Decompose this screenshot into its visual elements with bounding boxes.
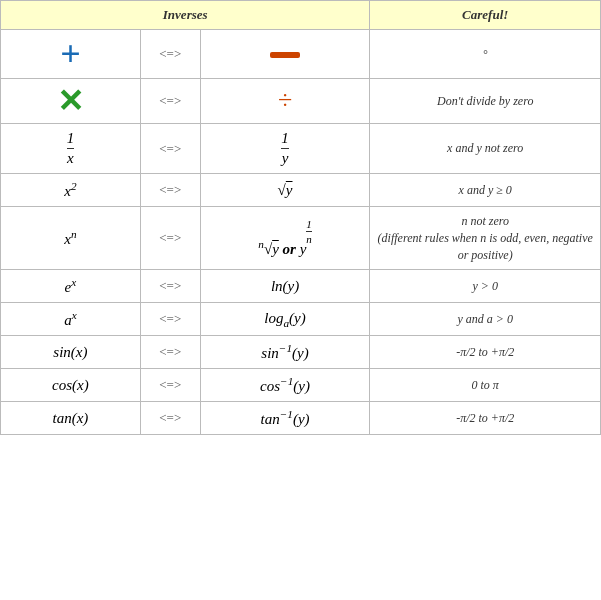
table-row: xn <=> n√y or y1n n not zero(different r… [1, 207, 601, 270]
func-cell: 1 x [1, 124, 141, 174]
a-to-x: ax [64, 312, 77, 328]
func-cell: sin(x) [1, 336, 141, 369]
func-cell: ax [1, 303, 141, 336]
table-row: x2 <=> √y x and y ≥ 0 [1, 174, 601, 207]
tan-inv-y: tan−1(y) [261, 411, 310, 427]
inverse-cell: loga(y) [200, 303, 370, 336]
careful-cell: y > 0 [370, 270, 601, 303]
inverse-cell: n√y or y1n [200, 207, 370, 270]
func-cell: ex [1, 270, 141, 303]
sin-inv-y: sin−1(y) [261, 345, 308, 361]
careful-cell: Don't divide by zero [370, 79, 601, 124]
func-cell: ✕ [1, 79, 141, 124]
careful-cell: x and y ≥ 0 [370, 174, 601, 207]
x-to-n: xn [64, 231, 76, 247]
table-row: + <=> ° [1, 30, 601, 79]
inverse-cell: 1 y [200, 124, 370, 174]
careful-text: Don't divide by zero [437, 94, 533, 108]
arrow-cell: <=> [140, 369, 200, 402]
fraction-1y: 1 y [281, 130, 289, 167]
func-cell: x2 [1, 174, 141, 207]
careful-text: -π/2 to +π/2 [456, 345, 514, 359]
careful-text: y > 0 [472, 279, 497, 293]
careful-text: 0 to π [472, 378, 499, 392]
times-icon: ✕ [57, 83, 84, 119]
arrow-symbol: <=> [159, 93, 181, 108]
careful-cell: ° [370, 30, 601, 79]
careful-label: Careful! [462, 7, 508, 22]
arrow-symbol: <=> [159, 410, 181, 425]
careful-cell: 0 to π [370, 369, 601, 402]
minus-icon [270, 52, 300, 58]
careful-cell: n not zero(different rules when n is odd… [370, 207, 601, 270]
arrow-symbol: <=> [159, 278, 181, 293]
arrow-cell: <=> [140, 30, 200, 79]
arrow-cell: <=> [140, 336, 200, 369]
arrow-cell: <=> [140, 303, 200, 336]
careful-header: Careful! [370, 1, 601, 30]
arrow-cell: <=> [140, 270, 200, 303]
arrow-symbol: <=> [159, 141, 181, 156]
careful-cell: -π/2 to +π/2 [370, 402, 601, 435]
table-row: sin(x) <=> sin−1(y) -π/2 to +π/2 [1, 336, 601, 369]
careful-text: x and y not zero [447, 141, 523, 155]
func-cell: xn [1, 207, 141, 270]
table-row: cos(x) <=> cos−1(y) 0 to π [1, 369, 601, 402]
arrow-cell: <=> [140, 402, 200, 435]
inverses-header: Inverses [1, 1, 370, 30]
careful-text: x and y ≥ 0 [459, 183, 512, 197]
careful-cell: y and a > 0 [370, 303, 601, 336]
careful-text: y and a > 0 [457, 312, 512, 326]
arrow-cell: <=> [140, 124, 200, 174]
func-cell: tan(x) [1, 402, 141, 435]
ln-y: ln(y) [271, 278, 299, 294]
divide-icon: ÷ [278, 86, 292, 115]
inverse-cell: √y [200, 174, 370, 207]
arrow-symbol: <=> [159, 182, 181, 197]
e-to-x: ex [65, 279, 77, 295]
main-table: Inverses Careful! + <=> ° ✕ [0, 0, 601, 435]
inverse-cell: ln(y) [200, 270, 370, 303]
cos-x: cos(x) [52, 377, 89, 393]
careful-text: -π/2 to +π/2 [456, 411, 514, 425]
arrow-symbol: <=> [159, 344, 181, 359]
func-cell: cos(x) [1, 369, 141, 402]
cos-inv-y: cos−1(y) [260, 378, 310, 394]
table-row: ✕ <=> ÷ Don't divide by zero [1, 79, 601, 124]
careful-cell: x and y not zero [370, 124, 601, 174]
func-cell: + [1, 30, 141, 79]
x-squared: x2 [64, 183, 76, 199]
careful-text: ° [483, 47, 488, 61]
inverse-cell: sin−1(y) [200, 336, 370, 369]
inverse-cell: ÷ [200, 79, 370, 124]
plus-icon: + [60, 34, 81, 74]
table-row: ax <=> loga(y) y and a > 0 [1, 303, 601, 336]
table-row: 1 x <=> 1 y x and y not zero [1, 124, 601, 174]
tan-x: tan(x) [52, 410, 88, 426]
arrow-symbol: <=> [159, 230, 181, 245]
inverses-label: Inverses [163, 7, 208, 22]
inverse-cell: tan−1(y) [200, 402, 370, 435]
fraction-1x: 1 x [67, 130, 75, 167]
arrow-symbol: <=> [159, 46, 181, 61]
arrow-symbol: <=> [159, 311, 181, 326]
table-row: tan(x) <=> tan−1(y) -π/2 to +π/2 [1, 402, 601, 435]
inverse-cell [200, 30, 370, 79]
arrow-cell: <=> [140, 79, 200, 124]
sqrt-y: √y [278, 182, 293, 198]
arrow-cell: <=> [140, 174, 200, 207]
table-row: ex <=> ln(y) y > 0 [1, 270, 601, 303]
arrow-symbol: <=> [159, 377, 181, 392]
log-a-y: loga(y) [264, 310, 305, 326]
careful-cell: -π/2 to +π/2 [370, 336, 601, 369]
inverse-cell: cos−1(y) [200, 369, 370, 402]
nth-root-y: n√y or y1n [258, 241, 312, 257]
sin-x: sin(x) [53, 344, 87, 360]
arrow-cell: <=> [140, 207, 200, 270]
careful-text: n not zero(different rules when n is odd… [378, 214, 593, 262]
